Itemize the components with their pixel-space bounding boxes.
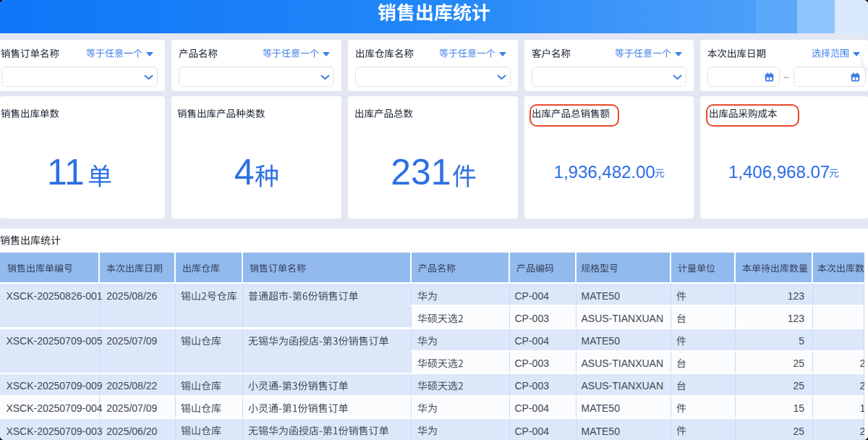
svg-text:~: ~ bbox=[783, 72, 789, 83]
svg-text:11: 11 bbox=[47, 152, 85, 192]
svg-text:1,406,968.07: 1,406,968.07 bbox=[728, 162, 830, 182]
svg-text:231: 231 bbox=[391, 152, 451, 192]
svg-text:1,936,482.00: 1,936,482.00 bbox=[554, 162, 655, 182]
svg-text:4: 4 bbox=[234, 152, 255, 192]
